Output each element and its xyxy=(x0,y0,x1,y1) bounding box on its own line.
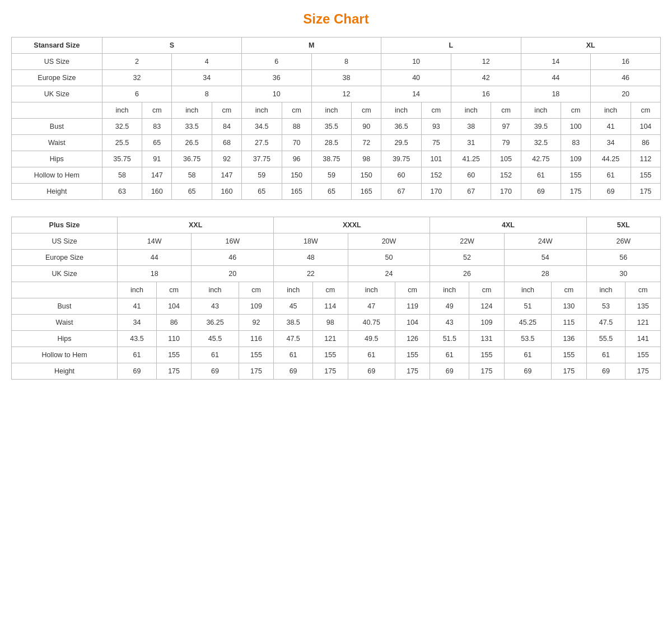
standard-header-row: Stansard Size S M L XL xyxy=(12,38,661,54)
plus-header-row: Plus Size XXL XXXL 4XL 5XL xyxy=(12,217,661,233)
uk-18: 18 xyxy=(521,86,591,102)
plus-size-table-wrap: Plus Size XXL XXXL 4XL 5XL US Size 14W 1… xyxy=(11,217,661,380)
eu-44: 44 xyxy=(521,70,591,86)
5xl-group: 5XL xyxy=(586,217,660,233)
xl-group: XL xyxy=(521,38,660,54)
waist-label: Waist xyxy=(12,135,102,151)
standard-height-row: Height 63 160 65 160 65 165 65 165 67 17… xyxy=(12,184,661,200)
4xl-group: 4XL xyxy=(430,217,586,233)
plus-bust-row: Bust 41 104 43 109 45 114 47 119 49 124 … xyxy=(12,298,661,315)
us-16: 16 xyxy=(591,54,661,70)
uk-12: 12 xyxy=(311,86,381,102)
plus-hips-row: Hips 43.5 110 45.5 116 47.5 121 49.5 126… xyxy=(12,331,661,347)
unit-3: cm xyxy=(212,102,241,119)
unit-11: cm xyxy=(491,102,521,119)
plus-waist-label: Waist xyxy=(12,315,118,331)
unit-2: inch xyxy=(172,102,212,119)
plus-height-label: Height xyxy=(12,363,118,380)
unit-14: inch xyxy=(591,102,631,119)
plus-uk-row: UK Size 18 20 22 24 26 28 30 xyxy=(12,266,661,282)
us-4: 4 xyxy=(172,54,242,70)
us-12: 12 xyxy=(451,54,521,70)
unit-1: cm xyxy=(142,102,172,119)
eu-32: 32 xyxy=(102,70,172,86)
eu-40: 40 xyxy=(381,70,451,86)
eu-36: 36 xyxy=(241,70,311,86)
plus-uk-label: UK Size xyxy=(12,266,118,282)
uk-20: 20 xyxy=(591,86,661,102)
us-8: 8 xyxy=(311,54,381,70)
unit-5: cm xyxy=(282,102,311,119)
uk-10: 10 xyxy=(241,86,311,102)
unit-6: inch xyxy=(311,102,352,119)
standard-units-row: inch cm inch cm inch cm inch cm inch cm … xyxy=(12,102,661,119)
bust-label: Bust xyxy=(12,119,102,135)
m-group: M xyxy=(241,38,381,54)
standard-hollow-row: Hollow to Hem 58 147 58 147 59 150 59 15… xyxy=(12,167,661,184)
plus-bust-label: Bust xyxy=(12,298,118,315)
xxxl-group: XXXL xyxy=(274,217,430,233)
unit-13: cm xyxy=(561,102,591,119)
standard-bust-row: Bust 32.5 83 33.5 84 34.5 88 35.5 90 36.… xyxy=(12,119,661,135)
uk-16: 16 xyxy=(451,86,521,102)
plus-size-label: Plus Size xyxy=(12,217,118,233)
uk-6: 6 xyxy=(102,86,172,102)
plus-size-table: Plus Size XXL XXXL 4XL 5XL US Size 14W 1… xyxy=(11,217,661,380)
standard-hips-row: Hips 35.75 91 36.75 92 37.75 96 38.75 98… xyxy=(12,151,661,167)
plus-hollow-label: Hollow to Hem xyxy=(12,347,118,363)
uk-8: 8 xyxy=(172,86,242,102)
plus-units-row: inch cm inch cm inch cm inch cm inch cm … xyxy=(12,282,661,298)
us-size-label: US Size xyxy=(12,54,102,70)
plus-waist-row: Waist 34 86 36.25 92 38.5 98 40.75 104 4… xyxy=(12,315,661,331)
unit-0: inch xyxy=(102,102,142,119)
standard-waist-row: Waist 25.5 65 26.5 68 27.5 70 28.5 72 29… xyxy=(12,135,661,151)
unit-15: cm xyxy=(631,102,660,119)
eu-46: 46 xyxy=(591,70,661,86)
s-group: S xyxy=(102,38,241,54)
unit-4: inch xyxy=(241,102,282,119)
unit-7: cm xyxy=(352,102,381,119)
europe-size-label: Europe Size xyxy=(12,70,102,86)
hollow-label: Hollow to Hem xyxy=(12,167,102,184)
plus-hips-label: Hips xyxy=(12,331,118,347)
page-title: Size Chart xyxy=(11,11,661,27)
plus-height-row: Height 69 175 69 175 69 175 69 175 69 17… xyxy=(12,363,661,380)
us-2: 2 xyxy=(102,54,172,70)
unit-12: inch xyxy=(521,102,561,119)
plus-us-label: US Size xyxy=(12,233,118,250)
unit-9: cm xyxy=(421,102,451,119)
xxl-group: XXL xyxy=(118,217,274,233)
eu-42: 42 xyxy=(451,70,521,86)
standard-europe-row: Europe Size 32 34 36 38 40 42 44 46 xyxy=(12,70,661,86)
unit-8: inch xyxy=(381,102,422,119)
us-10: 10 xyxy=(381,54,451,70)
standard-size-label: Stansard Size xyxy=(12,38,102,54)
l-group: L xyxy=(381,38,521,54)
plus-us-size-row: US Size 14W 16W 18W 20W 22W 24W 26W xyxy=(12,233,661,250)
plus-europe-row: Europe Size 44 46 48 50 52 54 56 xyxy=(12,250,661,266)
standard-size-table: Stansard Size S M L XL US Size 2 4 6 8 1… xyxy=(11,37,661,200)
unit-10: inch xyxy=(451,102,491,119)
standard-us-size-row: US Size 2 4 6 8 10 12 14 16 xyxy=(12,54,661,70)
plus-europe-label: Europe Size xyxy=(12,250,118,266)
standard-uk-row: UK Size 6 8 10 12 14 16 18 20 xyxy=(12,86,661,102)
height-label: Height xyxy=(12,184,102,200)
eu-38: 38 xyxy=(311,70,381,86)
us-6: 6 xyxy=(241,54,311,70)
us-14: 14 xyxy=(521,54,591,70)
hips-label: Hips xyxy=(12,151,102,167)
plus-hollow-row: Hollow to Hem 61 155 61 155 61 155 61 15… xyxy=(12,347,661,363)
eu-34: 34 xyxy=(172,70,242,86)
uk-size-label: UK Size xyxy=(12,86,102,102)
uk-14: 14 xyxy=(381,86,451,102)
standard-size-table-wrap: Stansard Size S M L XL US Size 2 4 6 8 1… xyxy=(11,37,661,200)
